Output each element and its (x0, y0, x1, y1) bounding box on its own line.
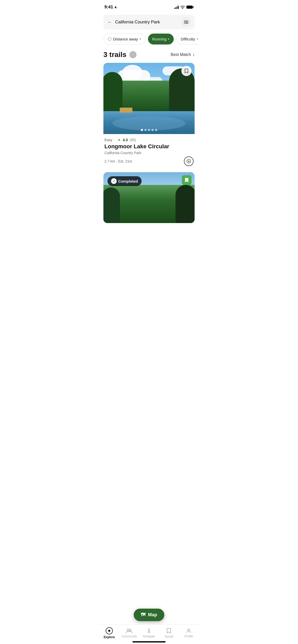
trail-card-1[interactable]: Easy · ★ 4.3 (65) Longmoor Lake Circular… (103, 63, 195, 167)
completed-badge: ✓ Completed (107, 176, 142, 186)
dot-1 (141, 129, 143, 131)
rating-value: 4.3 (123, 138, 128, 142)
wifi-icon (180, 5, 185, 9)
svg-point-6 (187, 22, 188, 23)
meta-separator: · (114, 138, 115, 142)
chevron-down-icon-difficulty: ▾ (197, 37, 198, 41)
bookmark-button-2[interactable] (182, 175, 192, 185)
filter-pills: ⬡ Distance away ▾ Running ▾ Difficulty ▾ (99, 33, 199, 49)
location-arrow-icon (114, 6, 117, 9)
shield-icon: ⬡ (108, 36, 112, 42)
trail-info-1: Easy · ★ 4.3 (65) Longmoor Lake Circular… (103, 134, 195, 167)
filter-difficulty[interactable]: Difficulty ▾ (176, 34, 199, 45)
chevron-down-icon-running: ▾ (168, 37, 169, 41)
distance-label: Distance away (113, 37, 138, 41)
svg-point-7 (185, 23, 186, 24)
download-button-1[interactable] (184, 156, 194, 166)
sort-icon: ↕ (193, 52, 195, 57)
trail-image-1 (103, 63, 195, 134)
signal-bars (174, 5, 179, 9)
trails-count: 3 trails (103, 51, 126, 59)
difficulty-text: Easy (104, 138, 112, 142)
chevron-down-icon: ▾ (140, 37, 141, 41)
loading-indicator (129, 51, 137, 58)
trail-stats: 2.7 km · Est. 21m (104, 159, 132, 163)
filter-running[interactable]: Running ▾ (148, 34, 174, 45)
filter-button[interactable] (182, 18, 191, 26)
download-icon (186, 159, 191, 164)
time-display: 9:41 (104, 5, 113, 10)
svg-rect-0 (186, 6, 193, 9)
trail-image-2: ✓ Completed (103, 172, 195, 223)
trails-header: 3 trails Best Match ↕ (99, 49, 199, 63)
svg-rect-1 (193, 6, 194, 8)
dot-3 (148, 129, 150, 131)
battery-icon (186, 5, 194, 9)
trails-left: 3 trails (103, 51, 137, 59)
back-button[interactable]: ← (107, 20, 112, 25)
completed-check-icon: ✓ (111, 178, 117, 184)
status-time: 9:41 (104, 5, 117, 10)
status-bar: 9:41 (99, 0, 199, 13)
dot-2 (144, 129, 146, 131)
trail-location-1: California Country Park (104, 151, 194, 155)
difficulty-label: Difficulty (181, 37, 195, 41)
trail-card-2[interactable]: ✓ Completed (103, 172, 195, 223)
search-query: California Country Park (115, 20, 179, 25)
trail-stats-row: 2.7 km · Est. 21m (104, 156, 194, 166)
trail-name-1: Longmoor Lake Circular (104, 143, 194, 150)
dot-4 (152, 129, 154, 131)
bookmark-icon-2 (185, 178, 189, 183)
sliders-icon (184, 20, 188, 24)
search-container: ← California Country Park (99, 13, 199, 33)
star-icon: ★ (117, 138, 121, 142)
trail-duration: Est. 21m (118, 159, 132, 163)
stats-separator: · (116, 159, 118, 163)
filter-distance[interactable]: ⬡ Distance away ▾ (103, 34, 145, 45)
sort-button[interactable]: Best Match ↕ (171, 52, 195, 57)
status-icons (174, 5, 194, 9)
bookmark-button-1[interactable] (181, 66, 192, 76)
running-label: Running (152, 37, 167, 41)
search-bar: ← California Country Park (103, 15, 195, 30)
dot-5 (155, 129, 157, 131)
trail-distance: 2.7 km (104, 159, 115, 163)
bookmark-icon-1 (184, 68, 188, 74)
rating-count: (65) (130, 138, 136, 142)
svg-point-5 (185, 20, 186, 22)
trail-meta: Easy · ★ 4.3 (65) (104, 138, 194, 142)
sort-label: Best Match (171, 52, 191, 57)
completed-text: Completed (118, 179, 138, 183)
image-dots (141, 129, 157, 131)
